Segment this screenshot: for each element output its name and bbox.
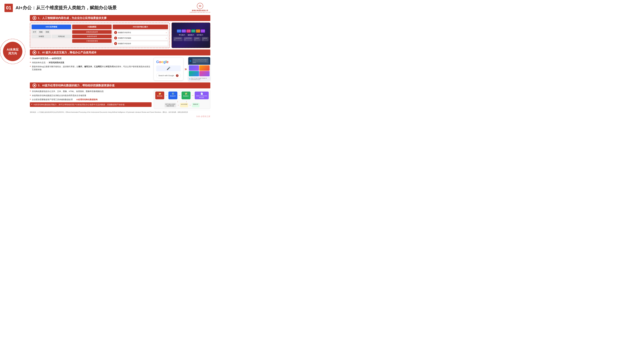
section1-table-area: AIGC应用领域 文字 视频 音频 3D模型 代码生成 [30, 22, 170, 48]
flow-node-collection: 📁 数据收集 [155, 91, 164, 99]
bing-img-1 [189, 65, 199, 71]
flow-node-ocr: 📄 利用OCR实现全球结构化提取 [195, 91, 209, 99]
bing-card: b Can you create me an image of an astro… [188, 57, 210, 81]
bing-logo: b [190, 60, 191, 62]
watermark: 头条 @昔前之家 [196, 115, 210, 118]
dot-1: 智能增强 [177, 29, 181, 33]
dot-4: 智能配置 [191, 29, 196, 33]
main-content: 1、人工智能驱动内容生成，为企业办公应用场景提供支撑 AIGC应用领域 文字 视… [30, 15, 210, 113]
search-placeholder: Search with Google [158, 74, 174, 77]
bing-top: b Can you create me an image of an astro… [188, 57, 210, 65]
bot-tag-4: 多模态技术 [202, 37, 208, 41]
bullet3-3-text: 企业更加需要数据资产管理工具来辅助数据处理 AI处理非结构化数据架构 [32, 98, 98, 101]
mid-item-2: 编辑能力 [188, 34, 194, 36]
header: 01 AI+办公：从三个维度提升人类能力，赋能办公场景 浙商证券股份有限公司 Z… [4, 3, 210, 13]
bing-chat-bubble: Can you create me an image of an astrona… [192, 58, 209, 63]
arrow-1: › [166, 31, 167, 34]
core-item-1: 1 智能数字内容孪生 › [113, 30, 168, 35]
col2-content: 多模态信息处理 自然语言处理 计算机视觉领域 [72, 30, 112, 43]
col2-header: AI基础模型 [72, 24, 112, 29]
bullet3-dot-1: • [30, 90, 31, 93]
arch-title-inline: AI处理非结构化数据架构 [76, 98, 98, 101]
tag-yinpin: 音频 [44, 30, 50, 34]
section1-banner: 1、人工智能驱动内容生成，为企业办公应用场景提供支撑 [30, 15, 210, 21]
google-search-bar: Search with Google 🎤 [156, 73, 181, 78]
google-image-placeholder: 🎤 [156, 65, 181, 71]
bing-bottom: b Sure, I'll use Image Creator to show t… [188, 77, 210, 81]
collection-icon: 📁 [158, 92, 161, 95]
highlight-dialog: 对话方式 [106, 65, 114, 68]
dot-5: 平台合作 [196, 29, 200, 33]
section1-body: AIGC应用领域 文字 视频 音频 3D模型 代码生成 [30, 22, 210, 48]
bing-img-3 [189, 71, 199, 76]
arrow-text: → [46, 61, 48, 64]
badge-2: 2 [114, 36, 117, 39]
ai-dashed-ring [0, 39, 25, 64]
section2-body: • ChatGPT交互方式——会话式交互 • 传统的单向交流 → 对话式的双向交… [30, 57, 210, 81]
section3-banner: 3、AI提升处理非结构化数据的能力，帮助组织挖掘数据资源价值 [30, 82, 210, 88]
mid-item-1: 孪生能力 [179, 34, 185, 36]
bing-img-2 [199, 65, 210, 71]
down-arrow-1: ↓ [177, 100, 178, 103]
bullet2-3-text: 新版本的Bing让搜索与聊天相结合，提供聊天界面，以聊天、编写文本、汇总网页并以… [32, 65, 152, 71]
model-item-1: 多模态信息处理 [72, 30, 112, 34]
model-item-3: 计算机视觉领域 [72, 39, 112, 43]
flow-top-nodes: 📁 数据收集 → ⚙️ 数据处理 → ✅ 数据验证 → 📄 [155, 91, 209, 99]
flow-node-3-label: 数据验证 [183, 95, 189, 97]
bullet3-3: • 企业更加需要数据资产管理工具来辅助数据处理 AI处理非结构化数据架构 [30, 98, 152, 101]
g-letter: G [156, 60, 159, 64]
arrow-2: › [166, 37, 167, 39]
google-logo: Google [156, 60, 181, 64]
section2-icon [32, 50, 36, 54]
aigc-columns: AIGC应用领域 文字 视频 音频 3D模型 代码生成 [32, 24, 168, 46]
col1-content: 文字 视频 音频 3D模型 代码生成 [32, 30, 71, 38]
core-item-3: 3 智能数字内容创作 [113, 41, 168, 46]
bing-images-grid [188, 65, 210, 77]
bot-tag-2: 从语言空间技术 [184, 37, 193, 41]
badge-3: 3 [114, 42, 117, 45]
bullet3-dot-3: • [30, 98, 31, 101]
down-arrow-2: ↓ [186, 100, 187, 103]
bullet2-2-text: 传统的单向交流 → 对话式的双向交流 [32, 61, 64, 64]
bidirection-label: 对话式的双向交流 [49, 61, 64, 64]
tag-shipin: 视频 [38, 30, 44, 34]
section3-text: • 非结构化数据包括办公文件、文本、图像、HTML、各类报表、图像和音频/视频信… [30, 90, 152, 109]
flow-node-2-label: 数据处理 [170, 95, 176, 97]
col-core: AIGC技术核心能力 1 智能数字内容孪生 › 2 智能数字内容编辑 › [113, 24, 168, 46]
flow-bottom-nodes: 基于云端OCR技术数据注释/标签 → AIOCR识别 → 数据分析 [155, 103, 209, 107]
tag-3d: 3D模型 [32, 34, 51, 38]
o2-letter: o [161, 60, 163, 64]
e-letter: e [166, 60, 168, 64]
dot-2: 智能推送 [182, 29, 186, 33]
bullet2-3: • 新版本的Bing让搜索与聊天相结合，提供聊天界面，以聊天、编写文本、汇总网页… [30, 65, 152, 71]
section1-visual: 智能增强 智能推送 虚义理解 智能配置 平台合作 电子创作 孪生能力 编辑能力 [172, 22, 210, 48]
flow-down-arrows: ↓ ↓ [155, 100, 209, 103]
company-name-en: ZHESHANG SECURITIES CO.LTD [190, 12, 210, 13]
logo-area: 浙商证券股份有限公司 ZHESHANG SECURITIES CO.LTD [190, 3, 210, 13]
google-mic-button[interactable]: 🎤 [176, 74, 178, 77]
chatgpt-label: ChatGPT交互方式——会话式交互 [32, 57, 62, 59]
col-ai-model: AI基础模型 多模态信息处理 自然语言处理 计算机视觉领域 [72, 24, 112, 46]
flow-bot-arrow-2: → [189, 103, 191, 107]
col-aigc: AIGC应用领域 文字 视频 音频 3D模型 代码生成 [32, 24, 71, 46]
bullet3-1: • 非结构化数据包括办公文件、文本、图像、HTML、各类报表、图像和音频/视频信… [30, 90, 152, 93]
col3-content: 1 智能数字内容孪生 › 2 智能数字内容编辑 › 3 [113, 30, 168, 46]
company-name: 浙商证券股份有限公司 [192, 9, 208, 12]
dot-6: 电子创作 [201, 29, 205, 33]
flow-bot-3: 数据分析 [192, 103, 200, 107]
processing-icon: ⚙️ [172, 92, 174, 95]
validation-icon: ✅ [185, 92, 187, 95]
ai-circle-container: AI未来应用方向 [3, 42, 22, 61]
g2-letter: g [163, 60, 166, 64]
section2-text: • ChatGPT交互方式——会话式交互 • 传统的单向交流 → 对话式的双向交… [30, 57, 152, 81]
page-title: AI+办公：从三个维度提升人类能力，赋能办公场景 [16, 5, 190, 11]
flow-node-1-label: 数据收集 [157, 95, 162, 97]
flow-bot-2: AIOCR识别 [180, 103, 188, 107]
section2-title: 2、AI 提升人机交互能力，降低办公产品使用成本 [38, 51, 96, 54]
section1-title: 1、人工智能驱动内容生成，为企业办公应用场景提供支撑 [38, 16, 106, 20]
o1-letter: o [159, 60, 161, 64]
bullet-dot-3: • [30, 65, 31, 68]
section2-banner: 2、AI 提升人机交互能力，降低办公产品使用成本 [30, 49, 210, 55]
section2-visuals: Google 🎤 Search with Google 🎤 » b [154, 57, 210, 81]
bullet3-dot-2: • [30, 94, 31, 97]
